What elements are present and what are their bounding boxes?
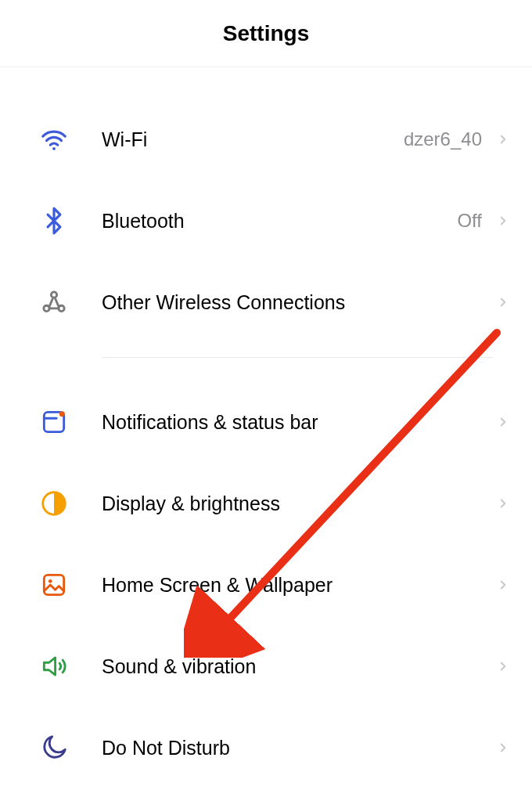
settings-group-display: Notifications & status bar Display & bri… xyxy=(0,381,532,788)
settings-row-dnd[interactable]: Do Not Disturb xyxy=(0,707,532,788)
page-title: Settings xyxy=(223,21,309,46)
notifications-icon xyxy=(39,407,102,437)
bluetooth-icon xyxy=(39,206,102,236)
settings-row-notifications[interactable]: Notifications & status bar xyxy=(0,381,532,463)
settings-row-bluetooth[interactable]: Bluetooth Off xyxy=(0,180,532,262)
svg-point-0 xyxy=(52,147,56,150)
wallpaper-icon xyxy=(39,570,102,600)
chevron-right-icon xyxy=(496,741,510,755)
svg-rect-8 xyxy=(44,575,63,594)
group-divider xyxy=(102,357,493,358)
settings-row-other-wireless[interactable]: Other Wireless Connections xyxy=(0,262,532,343)
row-label: Home Screen & Wallpaper xyxy=(102,574,496,597)
row-value: Off xyxy=(457,210,482,232)
settings-header: Settings xyxy=(0,0,532,67)
settings-row-display[interactable]: Display & brightness xyxy=(0,463,532,544)
chevron-right-icon xyxy=(496,415,510,429)
settings-row-sound[interactable]: Sound & vibration xyxy=(0,626,532,707)
row-label: Display & brightness xyxy=(102,492,496,515)
share-network-icon xyxy=(39,287,102,317)
row-label: Other Wireless Connections xyxy=(102,291,496,314)
chevron-right-icon xyxy=(496,578,510,592)
chevron-right-icon xyxy=(496,295,510,309)
row-label: Wi-Fi xyxy=(102,128,404,151)
sound-icon xyxy=(39,651,102,681)
chevron-right-icon xyxy=(496,659,510,673)
settings-row-home-wallpaper[interactable]: Home Screen & Wallpaper xyxy=(0,544,532,626)
moon-icon xyxy=(39,733,102,763)
row-label: Bluetooth xyxy=(102,210,457,233)
chevron-right-icon xyxy=(496,496,510,510)
svg-point-9 xyxy=(49,579,52,583)
row-label: Do Not Disturb xyxy=(102,737,496,759)
settings-group-connectivity: Wi-Fi dzer6_40 Bluetooth Off xyxy=(0,99,532,343)
settings-row-wifi[interactable]: Wi-Fi dzer6_40 xyxy=(0,99,532,180)
row-label: Notifications & status bar xyxy=(102,411,496,434)
settings-list: Wi-Fi dzer6_40 Bluetooth Off xyxy=(0,67,532,788)
svg-point-3 xyxy=(51,292,56,298)
wifi-icon xyxy=(39,124,102,154)
chevron-right-icon xyxy=(496,214,510,228)
svg-point-6 xyxy=(59,411,65,417)
row-value: dzer6_40 xyxy=(404,128,482,150)
chevron-right-icon xyxy=(496,132,510,146)
row-label: Sound & vibration xyxy=(102,655,496,678)
brightness-icon xyxy=(39,489,102,518)
